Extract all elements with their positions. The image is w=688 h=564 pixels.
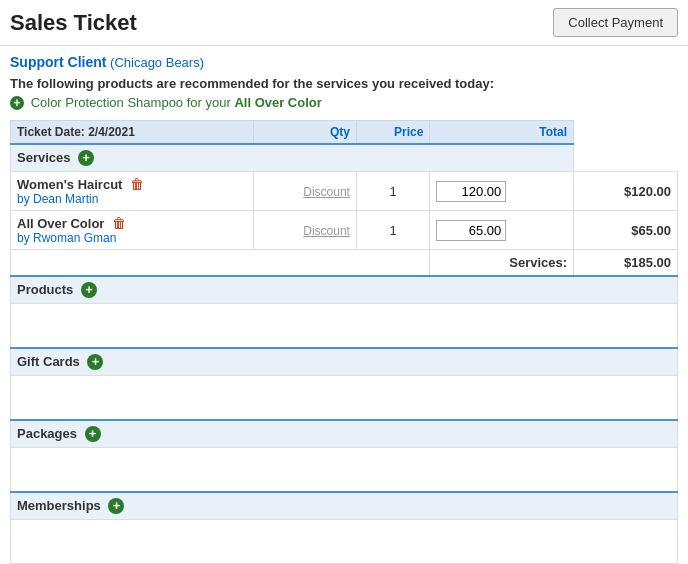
memberships-section-header: Memberships + <box>11 492 678 520</box>
gift-cards-section-header: Gift Cards + <box>11 348 678 376</box>
gift-cards-empty-row <box>11 376 678 421</box>
service-row: All Over Color 🗑 by Rwoman Gman Discount… <box>11 211 678 250</box>
ticket-table: Ticket Date: 2/4/2021 Qty Price Total Se… <box>10 120 678 564</box>
client-name-link[interactable]: Support Client <box>10 54 106 70</box>
service-total: $120.00 <box>574 172 678 211</box>
qty-header: Qty <box>253 121 356 145</box>
discount-link[interactable]: Discount <box>303 224 350 238</box>
service-staff: by Rwoman Gman <box>17 231 247 245</box>
add-membership-button[interactable]: + <box>108 498 124 514</box>
add-service-button[interactable]: + <box>78 150 94 166</box>
recommendation-text: The following products are recommended f… <box>10 76 678 91</box>
ticket-date-header: Ticket Date: 2/4/2021 <box>11 121 254 145</box>
service-price-input[interactable] <box>436 220 506 241</box>
services-total-label: Services: <box>430 250 574 277</box>
packages-section-header: Packages + <box>11 420 678 448</box>
page-title: Sales Ticket <box>10 10 137 36</box>
packages-empty-row <box>11 448 678 493</box>
service-price-input[interactable] <box>436 181 506 202</box>
discount-link[interactable]: Discount <box>303 185 350 199</box>
service-total: $65.00 <box>574 211 678 250</box>
client-info: Support Client (Chicago Bears) <box>10 54 678 70</box>
add-recommendation-icon[interactable]: + <box>10 96 24 110</box>
services-section-header: Services + <box>11 144 678 172</box>
services-total-value: $185.00 <box>574 250 678 277</box>
products-empty-row <box>11 304 678 349</box>
client-group: (Chicago Bears) <box>110 55 204 70</box>
service-qty: 1 <box>390 184 397 199</box>
service-staff: by Dean Martin <box>17 192 247 206</box>
add-product-button[interactable]: + <box>81 282 97 298</box>
service-qty: 1 <box>390 223 397 238</box>
services-total-row: Services: $185.00 <box>11 250 678 277</box>
total-header: Total <box>430 121 574 145</box>
add-package-button[interactable]: + <box>85 426 101 442</box>
memberships-empty-row <box>11 520 678 564</box>
delete-service-icon[interactable]: 🗑 <box>112 215 126 231</box>
add-gift-card-button[interactable]: + <box>87 354 103 370</box>
price-header: Price <box>356 121 429 145</box>
delete-service-icon[interactable]: 🗑 <box>130 176 144 192</box>
recommendation-product: + Color Protection Shampoo for your All … <box>10 95 678 110</box>
collect-payment-button[interactable]: Collect Payment <box>553 8 678 37</box>
service-name: All Over Color <box>17 216 104 231</box>
main-content: Support Client (Chicago Bears) The follo… <box>0 46 688 564</box>
page-header: Sales Ticket Collect Payment <box>0 0 688 46</box>
service-name: Women's Haircut <box>17 177 122 192</box>
service-row: Women's Haircut 🗑 by Dean Martin Discoun… <box>11 172 678 211</box>
products-section-header: Products + <box>11 276 678 304</box>
